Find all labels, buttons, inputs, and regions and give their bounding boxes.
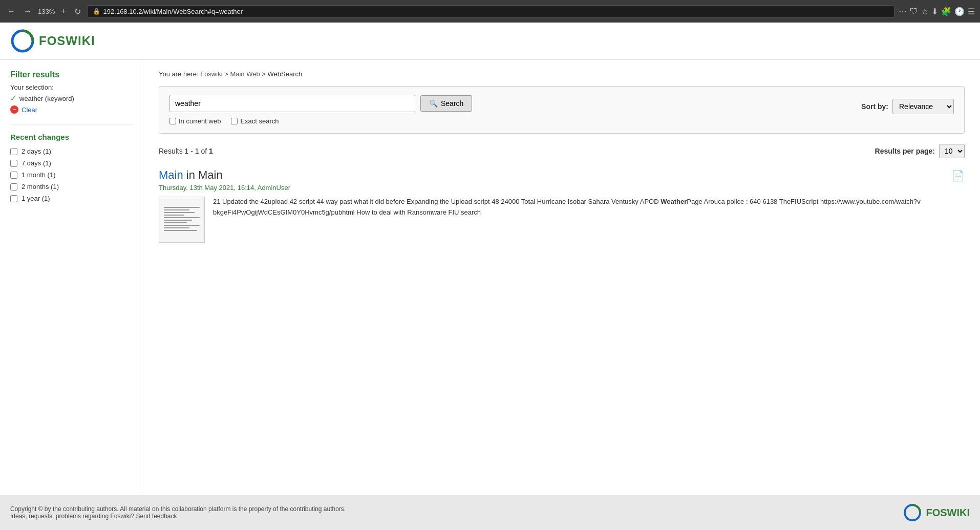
url-text: 192.168.10.2/wiki/Main/WebSearch#q=weath… [103, 8, 243, 15]
result-title-link[interactable]: Main [159, 168, 183, 181]
menu-icon[interactable]: ☰ [968, 7, 975, 16]
filter-checkbox[interactable] [10, 195, 17, 202]
forward-button[interactable]: → [22, 5, 34, 18]
check-icon: ✓ [10, 94, 16, 102]
breadcrumb-label: You are here: [159, 70, 200, 78]
filter-option-label: 1 month (1) [22, 171, 55, 179]
search-input[interactable]: weather [169, 95, 415, 112]
result-title-rest: in Main [186, 168, 223, 181]
search-row: weather 🔍 Search [169, 95, 472, 112]
per-page-label: Results per page: [875, 147, 935, 155]
thumb-line [164, 227, 189, 228]
thumb-line [164, 217, 200, 218]
thumb-line [164, 215, 184, 216]
results-total: 1 [209, 147, 213, 155]
site-logo: FOSWIKI [10, 29, 970, 53]
filter-options: 2 days (1)7 days (1)1 month (1)2 months … [10, 147, 133, 202]
content-area: You are here: Foswiki > Main Web > WebSe… [143, 60, 980, 495]
per-page-row: Results per page: 10 25 50 [875, 144, 965, 158]
filter-option: 1 year (1) [10, 195, 133, 202]
extensions-icon[interactable]: 🧩 [941, 7, 951, 16]
clear-row: − Clear [10, 105, 133, 114]
footer-copyright: Copyright © by the contributing authors.… [10, 505, 346, 513]
exact-search-checkbox[interactable] [231, 118, 238, 124]
result-thumbnail [159, 197, 205, 243]
sort-by-container: Sort by: Relevance Date Title [861, 99, 954, 114]
result-title-row: Main in Main 📄 [159, 168, 965, 182]
bookmarks-icon[interactable]: ⋯ [899, 7, 907, 16]
logo-icon [10, 29, 35, 53]
page-wrapper: FOSWIKI Filter results Your selection: ✓… [0, 23, 980, 530]
in-current-web-checkbox[interactable] [169, 118, 176, 124]
back-button[interactable]: ← [5, 5, 17, 18]
clear-icon: − [10, 105, 18, 114]
search-button[interactable]: 🔍 Search [420, 95, 472, 112]
site-header: FOSWIKI [0, 23, 980, 60]
selected-keyword: ✓ weather (keyword) [10, 94, 133, 102]
filter-checkbox[interactable] [10, 148, 17, 155]
filter-option-label: 1 year (1) [22, 195, 50, 202]
weather-bold: Weather [661, 198, 687, 205]
filter-option: 2 days (1) [10, 147, 133, 155]
in-current-web-option[interactable]: In current web [169, 117, 221, 125]
thumb-line [164, 230, 197, 231]
footer-logo-text: FOSWIKI [926, 507, 970, 519]
footer-logo: FOSWIKI [903, 503, 970, 522]
thumb-line [164, 222, 187, 223]
browser-chrome: ← → 133% + ↻ 🔒 192.168.10.2/wiki/Main/We… [0, 0, 980, 23]
filter-title: Filter results [10, 70, 133, 79]
thumb-line [164, 220, 192, 221]
breadcrumb: You are here: Foswiki > Main Web > WebSe… [159, 70, 965, 78]
filter-option-label: 2 days (1) [22, 147, 51, 155]
footer-ideas: Ideas, requests, problems regarding Fosw… [10, 513, 346, 520]
download-icon[interactable]: ⬇ [931, 7, 938, 16]
doc-icon: 📄 [952, 169, 965, 182]
url-bar[interactable]: 🔒 192.168.10.2/wiki/Main/WebSearch#q=wea… [87, 5, 894, 18]
exact-search-label: Exact search [240, 117, 279, 125]
filter-option: 2 months (1) [10, 183, 133, 190]
exact-search-option[interactable]: Exact search [231, 117, 279, 125]
results-count: Results 1 - 1 of 1 [159, 147, 213, 155]
result-body: 21 Updated the 42upload 42 script 44 way… [159, 197, 965, 243]
results-summary: Results 1 - 1 of [159, 147, 207, 155]
per-page-select[interactable]: 10 25 50 [939, 144, 965, 158]
thumb-line [164, 225, 200, 226]
thumb-line [164, 212, 195, 213]
result-title: Main in Main [159, 168, 223, 182]
star-icon[interactable]: ☆ [921, 7, 928, 16]
keyword-text: weather (keyword) [19, 95, 74, 102]
result-item: Main in Main 📄 Thursday, 13th May 2021, … [159, 168, 965, 243]
filter-option: 1 month (1) [10, 171, 133, 179]
in-current-web-label: In current web [179, 117, 221, 125]
clear-link[interactable]: Clear [22, 106, 37, 114]
search-icon: 🔍 [429, 99, 438, 108]
refresh-button[interactable]: ↻ [72, 5, 83, 18]
breadcrumb-mainweb[interactable]: Main Web [230, 70, 260, 78]
shield-icon[interactable]: 🛡 [910, 7, 918, 16]
search-box-container: weather 🔍 Search In current web [159, 86, 965, 134]
result-date: Thursday, 13th May 2021, 16:14, AdminUse… [159, 184, 965, 192]
site-footer: Copyright © by the contributing authors.… [0, 495, 980, 530]
filter-checkbox[interactable] [10, 172, 17, 179]
filter-checkbox[interactable] [10, 183, 17, 190]
filter-checkbox[interactable] [10, 160, 17, 167]
result-text: 21 Updated the 42upload 42 script 44 way… [213, 197, 965, 218]
sort-select[interactable]: Relevance Date Title [892, 99, 954, 114]
clock-icon[interactable]: 🕐 [954, 7, 965, 16]
sort-by-label: Sort by: [861, 102, 888, 111]
reload-button[interactable]: + [59, 5, 68, 18]
thumb-line [164, 209, 189, 210]
thumbnail-lines [164, 207, 200, 232]
breadcrumb-foswiki[interactable]: Foswiki [200, 70, 222, 78]
site-logo-text: FOSWIKI [39, 34, 95, 48]
footer-text: Copyright © by the contributing authors.… [10, 505, 346, 520]
breadcrumb-websearch: WebSearch [268, 70, 303, 78]
filter-option-label: 2 months (1) [22, 183, 59, 190]
search-button-label: Search [441, 99, 463, 108]
search-options: In current web Exact search [169, 117, 472, 125]
filter-option: 7 days (1) [10, 159, 133, 167]
filter-option-label: 7 days (1) [22, 159, 51, 167]
thumb-line [164, 207, 200, 208]
recent-changes-title: Recent changes [10, 124, 133, 141]
sidebar: Filter results Your selection: ✓ weather… [0, 60, 143, 495]
